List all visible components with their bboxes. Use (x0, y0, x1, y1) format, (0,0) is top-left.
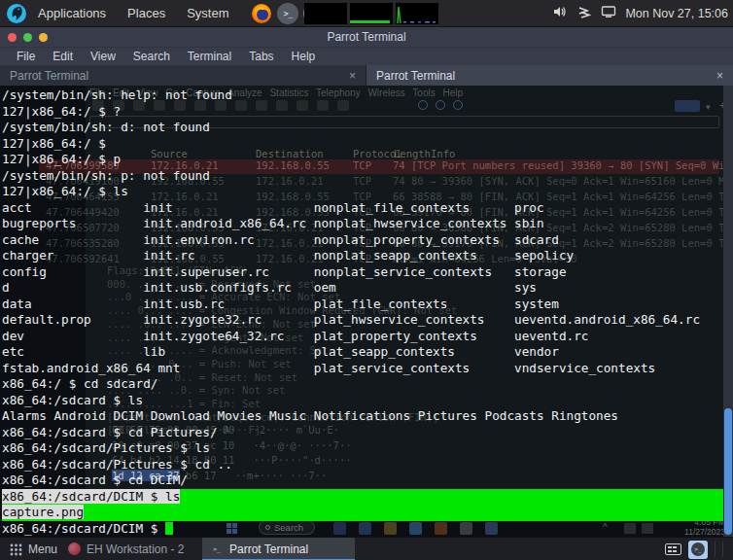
firefox-icon[interactable] (251, 3, 272, 24)
panel-menu-system[interactable]: System (176, 0, 239, 27)
desktop: { "panel": { "menus": ["Applications", "… (0, 0, 733, 560)
network-icon[interactable] (576, 4, 592, 23)
terminal-line: 127|x86_64:/ $ (2, 136, 723, 153)
terminal-line: x86_64:/sdcard $ ls (2, 393, 723, 409)
tab-parrot-terminal-2[interactable]: Parrot Terminal × (366, 65, 733, 86)
menu-view[interactable]: View (82, 50, 124, 63)
window-title: Parrot Terminal (0, 27, 733, 48)
terminal-line: acct init nonplat_file_contexts proc (2, 200, 723, 217)
panel-menus: ApplicationsPlacesSystem (27, 0, 239, 27)
terminal-line: 127|x86_64:/ $ ? (2, 104, 723, 121)
terminal-line: dev init.zygote64_32.rc plat_property_co… (2, 329, 723, 345)
graph-blank (304, 3, 347, 24)
tab-close-icon[interactable]: × (349, 70, 356, 82)
terminal-icon: >_ (210, 542, 224, 556)
window-menubar: FileEditViewSearchTerminalTabsHelp (0, 48, 733, 65)
graph-green-spike (396, 3, 438, 24)
top-panel: ApplicationsPlacesSystem >_ (0, 0, 733, 27)
clock[interactable]: Mon Nov 27, 15:06 (625, 7, 728, 20)
terminal-line: x86_64:/sdcard $ cd DCIM/ (2, 472, 723, 489)
terminal-line: 127|x86_64:/ $ p (2, 152, 723, 168)
tab-close-icon[interactable]: × (716, 70, 723, 82)
terminal-line: charger init.rc nonplat_seapp_contexts s… (2, 248, 723, 264)
terminal-output: /system/bin/sh: help: not found127|x86_6… (2, 88, 723, 537)
terminal-launcher-icon[interactable]: >_ (277, 3, 298, 24)
taskbar-menu-button[interactable]: Menu (4, 538, 63, 560)
terminal-line-selected: x86_64:/sdcard/DCIM $ ls (2, 489, 723, 506)
top-panel-tray: Mon Nov 27, 15:06 (552, 0, 728, 27)
tab-bar: Parrot Terminal × Parrot Terminal × (0, 65, 733, 86)
keyboard-indicator-icon[interactable] (665, 543, 681, 555)
terminal-line: 127|x86_64:/ $ ls (2, 184, 723, 200)
terminal-line: x86_64:/ $ cd sdcard/ (2, 376, 723, 393)
terminal-line: x86_64:/sdcard $ cd Pictures/ (2, 425, 723, 441)
menu-tabs[interactable]: Tabs (240, 50, 282, 63)
terminal-icon: >_ (691, 542, 705, 556)
top-panel-left: ApplicationsPlacesSystem >_ (6, 0, 325, 27)
workstation-icon (68, 542, 81, 555)
tray-separator (722, 542, 723, 557)
window-titlebar[interactable]: Parrot Terminal (0, 27, 733, 48)
terminal-line: default.prop init.zygote32.rc plat_hwser… (2, 312, 723, 329)
parrot-logo-icon[interactable] (6, 3, 27, 24)
menu-search[interactable]: Search (124, 50, 179, 63)
terminal-scrollbar-thumb[interactable] (724, 408, 732, 535)
menu-help[interactable]: Help (283, 50, 325, 63)
terminal-line: config init.superuser.rc nonplat_service… (2, 264, 723, 281)
panel-menu-applications[interactable]: Applications (27, 0, 117, 27)
taskbar-item-eh-workstation[interactable]: EH Workstation - 2 (60, 538, 192, 560)
terminal-line: fstab.android_x86_64 mnt plat_service_co… (2, 361, 723, 377)
panel-menu-places[interactable]: Places (117, 0, 176, 27)
menu-grid-icon (10, 543, 22, 556)
system-monitor-applets[interactable] (304, 3, 438, 24)
bottom-taskbar: Menu EH Workstation - 2 >_ Parrot Termin… (0, 537, 733, 560)
menu-file[interactable]: File (8, 50, 44, 63)
terminal-line: x86_64:/sdcard/DCIM $ (2, 521, 723, 538)
terminal-line: /system/bin/sh: help: not found (2, 88, 723, 104)
terminal-line: etc lib plat_seapp_contexts vendor (2, 344, 723, 361)
terminal-line-selected: capture.png (2, 505, 723, 521)
terminal-line: /system/bin/sh: d: not found (2, 120, 723, 136)
terminal-tray-icon[interactable]: >_ (688, 541, 708, 559)
tab-parrot-terminal-1[interactable]: Parrot Terminal × (0, 65, 366, 86)
taskbar-item-parrot-terminal[interactable]: >_ Parrot Terminal (202, 538, 355, 560)
menu-terminal[interactable]: Terminal (179, 50, 240, 63)
menu-edit[interactable]: Edit (44, 50, 82, 63)
terminal-line: /system/bin/sh: p: not found (2, 168, 723, 185)
volume-icon[interactable] (552, 4, 568, 23)
terminal-line: x86_64:/sdcard/Pictures $ ls (2, 440, 723, 457)
terminal-screen[interactable]: File Edit View Go Capture Analyze Statis… (0, 86, 733, 537)
display-icon[interactable] (601, 4, 616, 23)
terminal-line: Alarms Android DCIM Download Movies Musi… (2, 408, 723, 425)
taskbar-tray: >_ (665, 538, 723, 560)
graph-green-line (350, 3, 393, 24)
terminal-line: bugreports init.android_x86_64.rc nonpla… (2, 216, 723, 232)
terminal-line: x86_64:/sdcard/Pictures $ cd .. (2, 457, 723, 473)
terminal-line: cache init.environ.rc nonplat_property_c… (2, 232, 723, 249)
terminal-cursor (165, 522, 173, 535)
terminal-line: d init.usb.configfs.rc oem sys (2, 280, 723, 297)
terminal-line: data init.usb.rc plat_file_contexts syst… (2, 297, 723, 313)
tray-separator (715, 542, 716, 557)
